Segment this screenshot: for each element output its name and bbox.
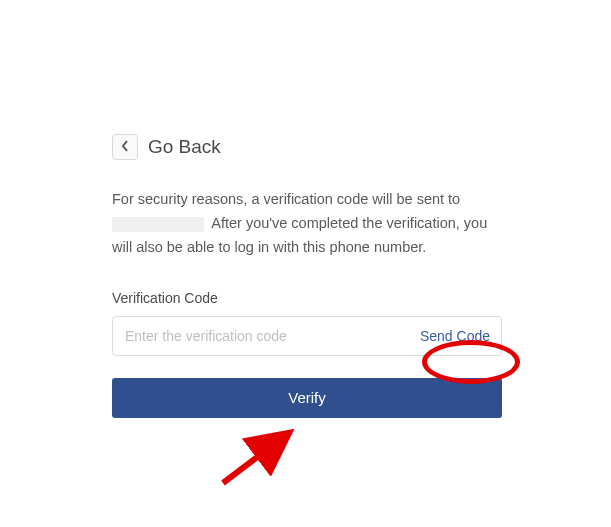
masked-phone-number (112, 217, 204, 232)
go-back-label: Go Back (148, 136, 221, 158)
verification-input-group: Send Code (112, 316, 502, 356)
svg-line-1 (223, 436, 285, 483)
annotation-arrow (213, 428, 303, 492)
back-row: Go Back (112, 134, 502, 160)
verification-code-label: Verification Code (112, 290, 502, 306)
verification-description: For security reasons, a verification cod… (112, 188, 502, 260)
desc-part1: For security reasons, a verification cod… (112, 191, 460, 207)
verify-button[interactable]: Verify (112, 378, 502, 418)
chevron-left-icon (121, 140, 129, 155)
go-back-button[interactable] (112, 134, 138, 160)
send-code-button[interactable]: Send Code (420, 328, 490, 344)
verification-panel: Go Back For security reasons, a verifica… (112, 134, 502, 418)
